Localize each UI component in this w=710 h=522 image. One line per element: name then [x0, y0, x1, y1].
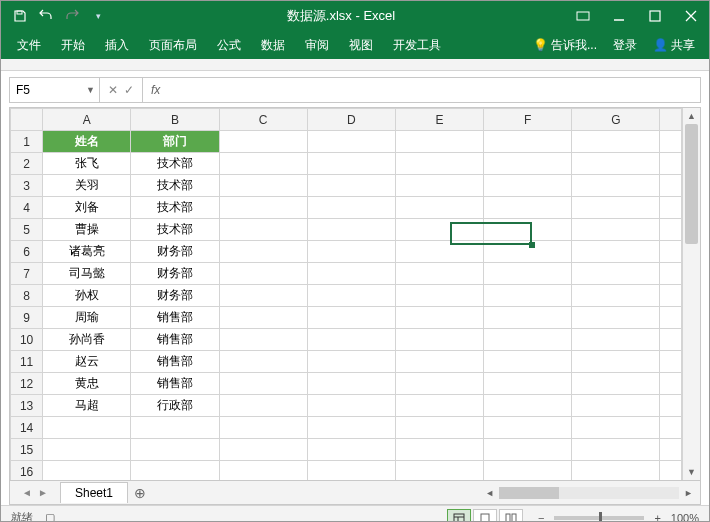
cell-D16[interactable]: [307, 461, 395, 481]
cell-D7[interactable]: [307, 263, 395, 285]
cell-A9[interactable]: 周瑜: [43, 307, 131, 329]
cell-B16[interactable]: [131, 461, 219, 481]
row-header-10[interactable]: 10: [11, 329, 43, 351]
cell-G12[interactable]: [572, 373, 660, 395]
cell-E12[interactable]: [395, 373, 483, 395]
cell-D10[interactable]: [307, 329, 395, 351]
cell-B14[interactable]: [131, 417, 219, 439]
cell-B10[interactable]: 销售部: [131, 329, 219, 351]
zoom-out-icon[interactable]: −: [534, 512, 548, 523]
cell-A2[interactable]: 张飞: [43, 153, 131, 175]
cell-C13[interactable]: [219, 395, 307, 417]
name-box[interactable]: F5▼: [10, 78, 100, 102]
cell-E7[interactable]: [395, 263, 483, 285]
undo-icon[interactable]: [35, 5, 57, 27]
row-header-7[interactable]: 7: [11, 263, 43, 285]
row-header-3[interactable]: 3: [11, 175, 43, 197]
row-header-2[interactable]: 2: [11, 153, 43, 175]
scroll-thumb[interactable]: [685, 124, 698, 244]
cell-D2[interactable]: [307, 153, 395, 175]
fx-label[interactable]: fx: [143, 83, 168, 97]
cell-C4[interactable]: [219, 197, 307, 219]
cell-A6[interactable]: 诸葛亮: [43, 241, 131, 263]
cell-G3[interactable]: [572, 175, 660, 197]
share-button[interactable]: 👤共享: [645, 37, 703, 54]
cell-F10[interactable]: [484, 329, 572, 351]
cell-D12[interactable]: [307, 373, 395, 395]
cell-B4[interactable]: 技术部: [131, 197, 219, 219]
view-pagebreak-icon[interactable]: [499, 509, 523, 523]
cell-C6[interactable]: [219, 241, 307, 263]
cell-D3[interactable]: [307, 175, 395, 197]
cell-F9[interactable]: [484, 307, 572, 329]
cell-E3[interactable]: [395, 175, 483, 197]
cell-D4[interactable]: [307, 197, 395, 219]
cell-A1[interactable]: 姓名: [43, 131, 131, 153]
cell-E6[interactable]: [395, 241, 483, 263]
macro-record-icon[interactable]: ▢: [45, 511, 55, 522]
cell-C15[interactable]: [219, 439, 307, 461]
cell-D11[interactable]: [307, 351, 395, 373]
cell-G2[interactable]: [572, 153, 660, 175]
cell-A15[interactable]: [43, 439, 131, 461]
row-header-14[interactable]: 14: [11, 417, 43, 439]
cell-E16[interactable]: [395, 461, 483, 481]
qat-dropdown-icon[interactable]: ▾: [87, 5, 109, 27]
cell-B9[interactable]: 销售部: [131, 307, 219, 329]
cell-F6[interactable]: [484, 241, 572, 263]
sheet-prev-icon[interactable]: ◄: [22, 487, 32, 498]
cell-G14[interactable]: [572, 417, 660, 439]
tab-pagelayout[interactable]: 页面布局: [139, 31, 207, 59]
zoom-slider[interactable]: [554, 516, 644, 520]
row-header-5[interactable]: 5: [11, 219, 43, 241]
cell-E11[interactable]: [395, 351, 483, 373]
cancel-icon[interactable]: ✕: [108, 83, 118, 97]
row-header-15[interactable]: 15: [11, 439, 43, 461]
col-header-F[interactable]: F: [484, 109, 572, 131]
cell-D8[interactable]: [307, 285, 395, 307]
row-header-6[interactable]: 6: [11, 241, 43, 263]
cell-F8[interactable]: [484, 285, 572, 307]
cell-G10[interactable]: [572, 329, 660, 351]
cell-F4[interactable]: [484, 197, 572, 219]
cell-G13[interactable]: [572, 395, 660, 417]
cell-E9[interactable]: [395, 307, 483, 329]
tab-file[interactable]: 文件: [7, 31, 51, 59]
row-header-13[interactable]: 13: [11, 395, 43, 417]
cell-E14[interactable]: [395, 417, 483, 439]
sheet-tab[interactable]: Sheet1: [60, 482, 128, 503]
cell-E15[interactable]: [395, 439, 483, 461]
cell-A5[interactable]: 曹操: [43, 219, 131, 241]
cell-D14[interactable]: [307, 417, 395, 439]
zoom-in-icon[interactable]: +: [650, 512, 664, 523]
cell-C3[interactable]: [219, 175, 307, 197]
scroll-down-icon[interactable]: ▼: [683, 464, 700, 480]
cell-B2[interactable]: 技术部: [131, 153, 219, 175]
tab-insert[interactable]: 插入: [95, 31, 139, 59]
save-icon[interactable]: [9, 5, 31, 27]
cell-C9[interactable]: [219, 307, 307, 329]
cell-C5[interactable]: [219, 219, 307, 241]
row-header-1[interactable]: 1: [11, 131, 43, 153]
col-header-D[interactable]: D: [307, 109, 395, 131]
col-header-C[interactable]: C: [219, 109, 307, 131]
col-header-B[interactable]: B: [131, 109, 219, 131]
cell-E10[interactable]: [395, 329, 483, 351]
tell-me[interactable]: 💡告诉我...: [525, 37, 605, 54]
cell-F12[interactable]: [484, 373, 572, 395]
col-header-G[interactable]: G: [572, 109, 660, 131]
cell-G6[interactable]: [572, 241, 660, 263]
confirm-icon[interactable]: ✓: [124, 83, 134, 97]
cell-G15[interactable]: [572, 439, 660, 461]
cell-C12[interactable]: [219, 373, 307, 395]
cell-C1[interactable]: [219, 131, 307, 153]
cell-B12[interactable]: 销售部: [131, 373, 219, 395]
cell-C2[interactable]: [219, 153, 307, 175]
cell-A11[interactable]: 赵云: [43, 351, 131, 373]
maximize-icon[interactable]: [637, 1, 673, 31]
cell-D9[interactable]: [307, 307, 395, 329]
cell-E13[interactable]: [395, 395, 483, 417]
sheet-next-icon[interactable]: ►: [38, 487, 48, 498]
cell-B8[interactable]: 财务部: [131, 285, 219, 307]
cell-E8[interactable]: [395, 285, 483, 307]
